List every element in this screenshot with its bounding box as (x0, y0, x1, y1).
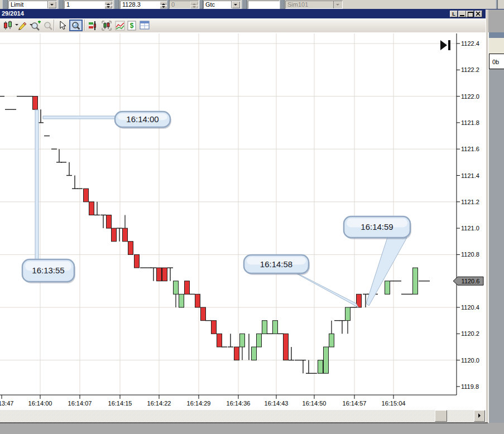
chart-area[interactable]: 1122.41122.21122.01121.81121.61121.41121… (0, 32, 486, 410)
candle-bar (240, 334, 245, 347)
zoom-out-icon (42, 21, 54, 31)
order-type-combo[interactable]: Limit (8, 1, 57, 9)
spinner-buttons[interactable] (104, 1, 112, 8)
candle-bar (201, 307, 206, 321)
close-button[interactable] (474, 11, 482, 17)
horizontal-scrollbar[interactable] (0, 410, 486, 422)
candle-bar (252, 347, 257, 360)
time-tick-label: 16:14:07 (68, 400, 92, 407)
go-to-end-icon[interactable] (439, 39, 453, 52)
stop-price-value: 0 (171, 1, 175, 8)
close-icon (475, 11, 482, 17)
dollar-document-icon: $ (127, 21, 136, 31)
time-tick-label: 16:14:43 (265, 400, 289, 407)
pencil-icon (17, 21, 27, 30)
order-bar-separator (242, 0, 247, 9)
quantity-stepper[interactable]: 1 (64, 1, 113, 9)
candle-bar (318, 360, 323, 374)
maximize-icon (468, 12, 473, 17)
time-tick-label: 16:14:36 (227, 400, 251, 407)
chart-toolbar: $ (0, 18, 486, 33)
candle-bar (179, 294, 184, 307)
line-chart-icon (115, 21, 125, 31)
window-titlebar[interactable]: 29/2014 L (0, 9, 486, 18)
side-window-cell: 0b (489, 54, 504, 69)
chevron-down-icon[interactable] (231, 1, 240, 8)
data-grid-button[interactable] (138, 20, 151, 31)
time-tick-label: 16:13:47 (0, 400, 13, 407)
time-in-force-combo[interactable]: Gtc (203, 1, 241, 9)
minimize-button[interactable] (458, 11, 466, 17)
price-tick-label: 1120.0 (461, 357, 479, 364)
account-button[interactable]: $ (126, 20, 137, 31)
background-window-edge[interactable]: 0b (488, 32, 504, 423)
order-bar-separator (496, 0, 498, 9)
price-tick-label: 1122.0 (461, 93, 479, 100)
callout-label: 16:14:58 (260, 259, 292, 269)
stop-price-stepper: 0 (169, 1, 199, 9)
candle-bar (185, 281, 190, 295)
line-chart-button[interactable] (114, 20, 126, 31)
price-chart: 1122.41122.21122.01121.81121.61121.41121… (0, 32, 486, 410)
side-window-header (489, 32, 504, 38)
order-bar-separator (114, 0, 119, 9)
limit-price-stepper[interactable]: 1128.3 (120, 1, 168, 9)
candle-bar (262, 321, 267, 334)
candle-bar (157, 268, 162, 281)
depth-ladder-icon (88, 21, 98, 31)
zoom-out-button[interactable] (41, 20, 55, 31)
candle-bar (284, 334, 289, 360)
candle-bar (89, 202, 94, 215)
chart-style-button[interactable] (1, 20, 15, 31)
chevron-down-icon[interactable] (47, 1, 56, 8)
spin-down-icon[interactable] (104, 5, 112, 8)
candle-bar (257, 334, 262, 347)
price-tick-label: 1121.2 (461, 199, 479, 205)
magnifier-icon (71, 21, 81, 30)
dom-ladder-button[interactable] (87, 20, 99, 31)
time-tick-label: 16:14:15 (108, 400, 132, 407)
time-tick-label: 16:15:04 (382, 400, 406, 407)
order-entry-bar: Limit 1 1128.3 0 Gtc Sim101 (0, 0, 504, 9)
time-tick-label: 16:14:29 (187, 400, 211, 407)
cursor-button[interactable] (56, 20, 70, 31)
candle-bar (174, 281, 179, 295)
last-price-marker-label: 1120.6 (462, 278, 480, 284)
toolbar-separator (84, 20, 85, 31)
candle-bar (162, 268, 167, 281)
scrollbar-thumb[interactable] (435, 410, 447, 422)
window-title: 29/2014 (2, 10, 24, 17)
candle-bar (329, 334, 334, 347)
spin-down-icon (190, 5, 198, 8)
trading-app-screen: Limit 1 1128.3 0 Gtc Sim101 (0, 0, 504, 434)
price-tick-label: 1121.4 (461, 172, 479, 179)
instrument-field[interactable] (248, 1, 280, 9)
candle-bar (107, 215, 112, 228)
price-tick-label: 1120.4 (461, 304, 479, 311)
spin-up-icon[interactable] (160, 1, 167, 4)
price-tick-label: 1120.8 (461, 251, 479, 258)
maximize-button[interactable] (466, 11, 474, 17)
time-in-force-value: Gtc (205, 1, 215, 8)
candle-bar (324, 347, 329, 373)
chart-window-button[interactable] (100, 20, 113, 31)
spinner-buttons (190, 1, 198, 8)
chevron-down-icon (333, 1, 342, 8)
account-value: Sim101 (287, 1, 308, 8)
candle-bar (135, 254, 140, 268)
spin-down-icon[interactable] (160, 5, 167, 8)
spinner-buttons[interactable] (160, 1, 167, 8)
table-icon (140, 21, 150, 30)
drawing-tools-button[interactable] (16, 20, 29, 31)
limit-price-value: 1128.3 (122, 1, 141, 8)
scrollbar-right-arrow[interactable] (474, 410, 485, 422)
link-window-button[interactable]: L (450, 11, 458, 17)
callout-tail (43, 116, 115, 119)
time-tick-label: 16:14:57 (343, 400, 367, 407)
zoom-in-button[interactable] (29, 20, 42, 31)
svg-text:$: $ (130, 22, 134, 30)
candle-bar (217, 334, 222, 347)
zoom-region-button-selected[interactable] (69, 20, 83, 31)
callout-label: 16:14:59 (361, 222, 393, 232)
spin-up-icon[interactable] (104, 1, 112, 4)
